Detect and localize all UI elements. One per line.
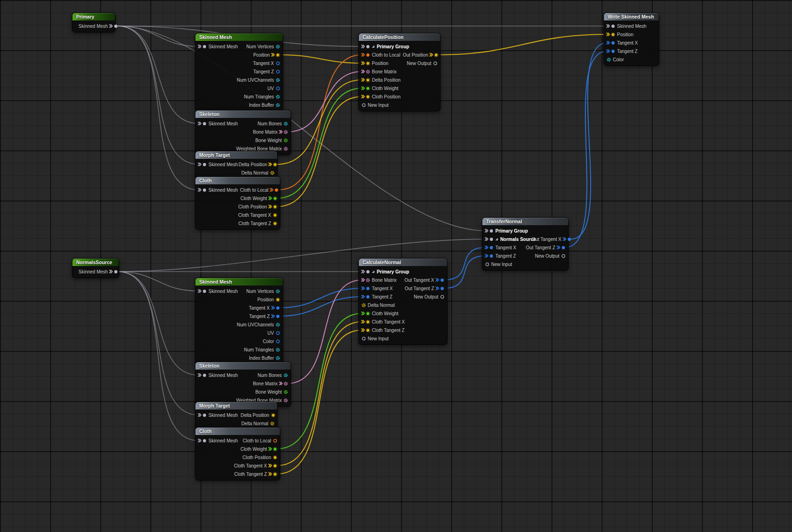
node-cl2[interactable]: ClothSkinned MeshCloth to LocalCloth Wei… — [195, 427, 280, 480]
pin-numuv[interactable] — [275, 322, 280, 327]
wire-calcnorm:outtangentx-transfer:tangentx[interactable] — [444, 247, 486, 280]
pin-newoutput[interactable] — [440, 294, 445, 299]
pin-weightedbm[interactable] — [283, 398, 288, 403]
pin-position[interactable] — [361, 61, 370, 66]
wire-normals:out-sk2:in[interactable] — [117, 272, 199, 375]
pin-clothposition[interactable] — [361, 94, 370, 99]
pin-normalssource[interactable] — [485, 237, 494, 242]
pin-bonematrix[interactable] — [279, 130, 288, 135]
node-title[interactable]: Skinned Mesh — [195, 278, 283, 285]
wire-sm2:tangentz-calcnorm:tangentz[interactable] — [279, 297, 362, 316]
pin-numbones[interactable] — [283, 121, 288, 126]
pin-weightedbm[interactable] — [283, 146, 288, 151]
pin-indexbuffer[interactable] — [275, 103, 280, 108]
node-title[interactable]: Primary — [72, 13, 115, 20]
pin-outtangentx[interactable] — [563, 237, 572, 242]
pin-tangentx[interactable] — [271, 305, 280, 311]
expander-icon[interactable]: ◢ — [495, 237, 498, 241]
pin-clothposition[interactable] — [268, 204, 278, 209]
pin-out[interactable] — [109, 24, 118, 29]
pin-numvertices[interactable] — [275, 44, 280, 49]
pin-deltanormal[interactable] — [270, 170, 275, 175]
node-calcnorm[interactable]: CalculateNormal◢Primary GroupBone Matrix… — [358, 258, 448, 345]
wire-calcpos:outposition-write:position[interactable] — [438, 34, 607, 55]
pin-newinput[interactable] — [485, 262, 490, 267]
pin-outtangentz[interactable] — [557, 245, 566, 250]
wire-sm2:tangentx-calcnorm:tangentx[interactable] — [279, 288, 362, 308]
graph-canvas[interactable]: PrimarySkinned MeshSkinned MeshSkinned M… — [0, 0, 792, 532]
pin-in[interactable] — [198, 289, 207, 294]
wire-primary:out-sk1:in[interactable] — [117, 26, 199, 123]
node-sm1[interactable]: Skinned MeshSkinned MeshNum VerticesPosi… — [195, 33, 283, 111]
pin-in[interactable] — [198, 413, 207, 418]
node-title[interactable]: TransferNormal — [482, 218, 568, 225]
pin-bonematrix[interactable] — [361, 69, 370, 74]
pin-uv[interactable] — [275, 86, 280, 91]
node-primary[interactable]: PrimarySkinned Mesh — [72, 13, 116, 32]
node-title[interactable]: Skinned Mesh — [195, 33, 283, 41]
pin-skinnedmesh[interactable] — [606, 24, 616, 29]
pin-bonematrix[interactable] — [279, 381, 288, 386]
wire-primary:out-mt1:in[interactable] — [117, 26, 199, 164]
node-mt2[interactable]: Morph TargetSkinned MeshDelta PositionDe… — [195, 402, 278, 430]
pin-in[interactable] — [198, 162, 207, 167]
pin-clothweight[interactable] — [268, 196, 278, 201]
pin-numtris[interactable] — [275, 347, 280, 352]
node-title[interactable]: Cloth — [195, 428, 280, 435]
pin-out[interactable] — [109, 269, 118, 274]
pin-primarygroup[interactable] — [485, 228, 494, 234]
pin-in[interactable] — [198, 121, 207, 126]
pin-clothtangentz[interactable] — [268, 472, 278, 477]
pin-clothtolocal[interactable] — [273, 438, 278, 443]
wire-sm1:position-calcpos:position[interactable] — [279, 55, 362, 63]
wire-sk1:bonematrix-calcpos:bonematrix[interactable] — [287, 71, 362, 132]
pin-uv[interactable] — [275, 331, 280, 336]
pin-position[interactable] — [275, 297, 280, 302]
pin-tangentz[interactable] — [271, 314, 280, 319]
pin-numuv[interactable] — [275, 78, 280, 83]
pin-group[interactable] — [361, 269, 370, 274]
pin-outtangentz[interactable] — [435, 286, 445, 291]
pin-clothweight[interactable] — [361, 311, 370, 316]
node-title[interactable]: Skeleton — [195, 362, 291, 370]
pin-clothtangentx[interactable] — [361, 319, 370, 324]
node-title[interactable]: CalculatePosition — [359, 33, 440, 41]
pin-deltanormal[interactable] — [270, 421, 275, 426]
pin-newoutput[interactable] — [561, 253, 566, 259]
pin-indexbuffer[interactable] — [275, 356, 280, 361]
pin-newoutput[interactable] — [433, 61, 438, 66]
node-transfer[interactable]: TransferNormalPrimary Group◢Normals Sour… — [482, 217, 569, 271]
pin-tangentz[interactable] — [361, 294, 370, 299]
pin-clothtangentz[interactable] — [273, 221, 278, 226]
pin-clothtolocal[interactable] — [270, 188, 279, 193]
pin-deltaposition[interactable] — [268, 162, 278, 167]
pin-outposition[interactable] — [429, 52, 439, 58]
wire-calcnorm:outtangentz-transfer:tangentz[interactable] — [444, 256, 486, 288]
node-mt1[interactable]: Morph TargetSkinned MeshDelta PositionDe… — [195, 151, 278, 179]
pin-in[interactable] — [198, 188, 207, 193]
wire-primary:out-sm1:in[interactable] — [117, 26, 199, 46]
pin-tangentz[interactable] — [606, 49, 616, 54]
pin-deltaposition[interactable] — [361, 78, 370, 83]
pin-clothtangentx[interactable] — [273, 213, 278, 218]
node-cl1[interactable]: ClothSkinned MeshCloth to LocalCloth Wei… — [195, 176, 280, 230]
node-title[interactable]: Skeleton — [195, 110, 291, 118]
pin-clothtolocal[interactable] — [361, 52, 370, 58]
pin-tangentx[interactable] — [606, 40, 616, 45]
pin-tangentx[interactable] — [361, 286, 370, 291]
pin-color[interactable] — [606, 57, 611, 62]
wire-transfer:outtangentx-write:tangentx[interactable] — [571, 43, 607, 239]
node-normals[interactable]: NormalsSourceSkinned Mesh — [72, 258, 119, 278]
pin-bonematrix[interactable] — [361, 278, 370, 283]
pin-color[interactable] — [275, 339, 280, 344]
node-sk2[interactable]: SkeletonSkinned MeshNum BonesBone Matrix… — [195, 362, 291, 407]
node-sm2[interactable]: Skinned MeshSkinned MeshNum VerticesPosi… — [195, 278, 283, 364]
pin-tangentz[interactable] — [275, 69, 280, 74]
node-title[interactable]: CalculateNormal — [359, 259, 447, 266]
pin-newinput[interactable] — [361, 336, 366, 341]
pin-clothtangentx[interactable] — [268, 463, 278, 468]
pin-in[interactable] — [198, 438, 207, 443]
pin-tangentz[interactable] — [485, 253, 494, 259]
node-sk1[interactable]: SkeletonSkinned MeshNum BonesBone Matrix… — [195, 110, 291, 155]
pin-boneweight[interactable] — [283, 389, 288, 395]
